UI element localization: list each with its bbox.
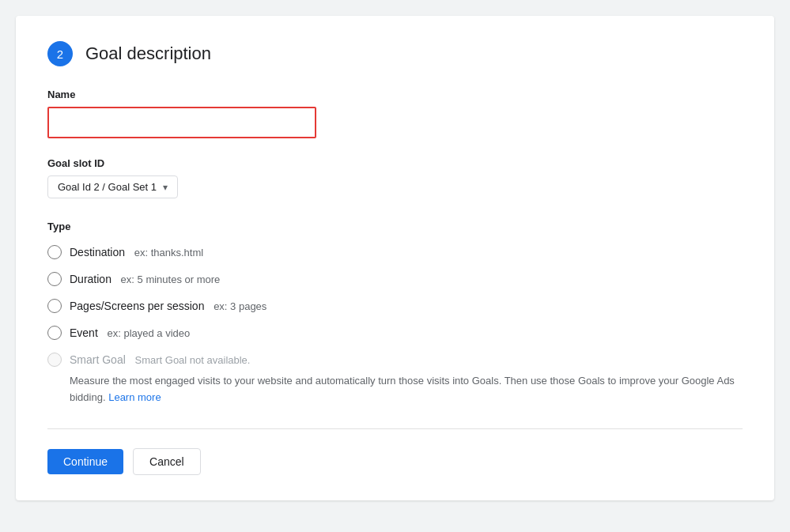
goal-slot-selected-value: Goal Id 2 / Goal Set 1 bbox=[58, 181, 157, 193]
event-label[interactable]: Event ex: played a video bbox=[70, 326, 190, 340]
type-section: Type Destination ex: thanks.html Duratio… bbox=[47, 221, 743, 406]
destination-radio[interactable] bbox=[47, 245, 62, 259]
chevron-down-icon: ▾ bbox=[163, 182, 168, 193]
radio-option-duration: Duration ex: 5 minutes or more bbox=[47, 272, 743, 286]
cancel-button[interactable]: Cancel bbox=[133, 448, 201, 475]
name-section: Name bbox=[47, 89, 743, 138]
name-input[interactable] bbox=[47, 107, 316, 138]
radio-option-event: Event ex: played a video bbox=[47, 326, 743, 340]
pages-screens-radio[interactable] bbox=[47, 299, 62, 313]
learn-more-link[interactable]: Learn more bbox=[108, 391, 161, 403]
duration-radio[interactable] bbox=[47, 272, 62, 286]
continue-button[interactable]: Continue bbox=[47, 449, 123, 474]
event-radio[interactable] bbox=[47, 326, 62, 340]
goal-description-card: 2 Goal description Name Goal slot ID Goa… bbox=[16, 16, 774, 500]
destination-label[interactable]: Destination ex: thanks.html bbox=[70, 245, 203, 259]
page-title: Goal description bbox=[85, 43, 211, 64]
duration-label[interactable]: Duration ex: 5 minutes or more bbox=[70, 272, 220, 286]
name-label: Name bbox=[47, 89, 743, 100]
smart-goal-description-text: Measure the most engaged visits to your … bbox=[70, 375, 735, 403]
step-header: 2 Goal description bbox=[47, 41, 743, 66]
smart-goal-description: Measure the most engaged visits to your … bbox=[70, 373, 743, 406]
smart-goal-label: Smart Goal Smart Goal not available. bbox=[70, 353, 250, 367]
step-number: 2 bbox=[47, 41, 73, 66]
pages-screens-label[interactable]: Pages/Screens per session ex: 3 pages bbox=[70, 299, 266, 313]
divider bbox=[47, 428, 743, 429]
actions: Continue Cancel bbox=[47, 448, 743, 475]
radio-option-smart-goal: Smart Goal Smart Goal not available. bbox=[47, 353, 743, 367]
goal-slot-dropdown[interactable]: Goal Id 2 / Goal Set 1 ▾ bbox=[47, 175, 178, 198]
radio-option-destination: Destination ex: thanks.html bbox=[47, 245, 743, 259]
type-label: Type bbox=[47, 221, 743, 232]
goal-slot-label: Goal slot ID bbox=[47, 157, 743, 169]
radio-option-pages: Pages/Screens per session ex: 3 pages bbox=[47, 299, 743, 313]
smart-goal-radio bbox=[47, 353, 62, 367]
goal-slot-section: Goal slot ID Goal Id 2 / Goal Set 1 ▾ bbox=[47, 157, 743, 198]
